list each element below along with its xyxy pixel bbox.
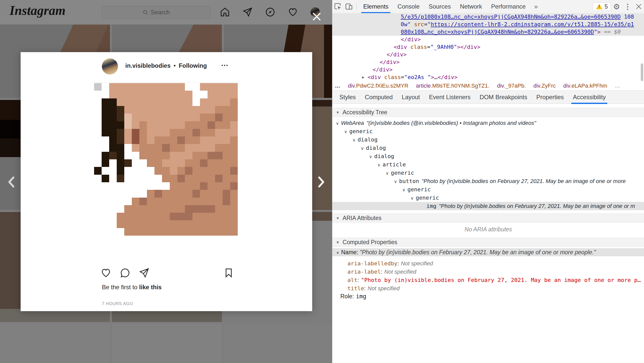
computed-role-row: Role:img (332, 292, 644, 301)
dom-node-line[interactable]: </div> (332, 51, 644, 58)
section-title: ARIA Attributes (343, 215, 382, 222)
post-photo[interactable] (94, 83, 238, 236)
comment-icon[interactable] (120, 268, 130, 278)
like-heart-icon[interactable] (101, 268, 111, 278)
settings-gear-icon[interactable]: ⚙ (611, 2, 622, 12)
computed-prop-title[interactable]: title:Not specified (332, 284, 644, 293)
breadcrumb-item[interactable]: article.M9sTE.h0YNM.SgTZ1. (416, 83, 489, 89)
a11y-node-dialog[interactable]: ∨dialog (332, 135, 644, 144)
dom-node-line[interactable]: 0w" src="https://scontent-lhr8-2.cdninst… (332, 21, 644, 28)
devtools-tab-performance[interactable]: Performance (487, 0, 530, 13)
collapse-triangle-icon: ▼ (336, 240, 340, 244)
warnings-badge[interactable]: 5 (593, 3, 611, 11)
likes-prompt-prefix: Be the first to (102, 284, 139, 291)
screenshot-root: Instagram Search in.visiblebodies • (0, 0, 644, 363)
a11y-node-generic[interactable]: ∨generic (332, 127, 644, 135)
aria-empty-message: No ARIA attributes (332, 226, 644, 233)
elements-tree-source: 5/e35/p1080x108…nc_ohc=xhoysPjjCGgAX948h… (332, 13, 644, 81)
device-toolbar-icon[interactable] (343, 2, 354, 12)
role-label: Role: (340, 293, 354, 300)
devtools-panel: ElementsConsoleSourcesNetworkPerformance… (332, 0, 644, 363)
breadcrumb-item[interactable]: div.eLAPa.kPFhm (563, 83, 607, 89)
a11y-node-article[interactable]: ∨article (332, 160, 644, 169)
section-title: Accessibility Tree (343, 109, 387, 116)
elements-scrollbar[interactable] (641, 63, 643, 81)
toolbar-divider (356, 3, 357, 11)
dom-node-line[interactable]: 080x108…nc_ohc=xhoysPjjCGgAX948hNm&oh=82… (332, 28, 644, 36)
post-header: in.visiblebodies • Following (125, 62, 207, 69)
breadcrumb-overflow[interactable]: … (615, 83, 620, 89)
following-button[interactable]: Following (179, 62, 207, 69)
dom-node-line[interactable]: <div class="_9AhH0"></div> (332, 43, 644, 51)
likes-prompt: Be the first to like this (102, 284, 162, 291)
more-tabs-icon[interactable]: » (530, 3, 542, 11)
section-title: Computed Properties (343, 239, 397, 246)
panel-tab-computed[interactable]: Computed (360, 91, 397, 104)
separator-dot: • (174, 62, 176, 69)
collapse-triangle-icon: ▼ (336, 251, 340, 255)
breadcrumb-item[interactable]: div.ZyFrc (533, 83, 556, 89)
devtools-tab-elements[interactable]: Elements (359, 0, 393, 13)
computed-name-label: Name: (341, 249, 358, 256)
dom-node-line[interactable]: </div> (332, 36, 644, 43)
devtools-toolbar: ElementsConsoleSourcesNetworkPerformance… (332, 0, 644, 13)
share-icon[interactable] (139, 268, 149, 278)
dom-node-line[interactable]: </div> (332, 58, 644, 66)
more-options-icon[interactable]: … (221, 59, 229, 68)
devtools-tab-sources[interactable]: Sources (424, 0, 455, 13)
a11y-node-dialog[interactable]: ∨dialog (332, 144, 644, 152)
panel-tab-styles[interactable]: Styles (335, 91, 360, 104)
a11y-node-generic[interactable]: ∨generic (332, 185, 644, 194)
collapse-triangle-icon: ▼ (336, 216, 340, 220)
aria-attributes-section-header[interactable]: ▼ ARIA Attributes (332, 213, 644, 223)
next-post-chevron-icon[interactable] (315, 175, 327, 189)
dom-node-line[interactable]: ▶<div class="eo2As ">…</div> (332, 74, 644, 81)
panel-tab-accessibility[interactable]: Accessibility (568, 91, 610, 104)
computed-name-row[interactable]: ▼ Name: "Photo by (in)visible.bodies on … (332, 248, 644, 256)
panel-tab-properties[interactable]: Properties (532, 91, 568, 104)
post-username[interactable]: in.visiblebodies (125, 62, 171, 69)
a11y-node-dialog[interactable]: ∨dialog (332, 152, 644, 160)
a11y-node-WebArea[interactable]: ∨WebArea"(in)visible.bodies (@in.visible… (332, 119, 644, 127)
close-modal-icon[interactable] (310, 10, 323, 23)
panel-tab-dom-breakpoints[interactable]: DOM Breakpoints (475, 91, 532, 104)
devtools-tab-console[interactable]: Console (393, 0, 424, 13)
a11y-node-button[interactable]: ∨button"Photo by (in)visible.bodies on F… (332, 177, 644, 185)
computed-prop-aria-label[interactable]: aria-label:Not specified (332, 268, 644, 276)
warning-count: 5 (605, 3, 608, 10)
post-author-avatar[interactable] (102, 58, 118, 75)
a11y-node-generic[interactable]: ∨generic (332, 194, 644, 202)
computed-name-value: "Photo by (in)visible.bodies on February… (360, 249, 596, 256)
panel-tab-event-listeners[interactable]: Event Listeners (424, 91, 475, 104)
warning-icon (596, 4, 602, 9)
a11y-node-generic[interactable]: ∨generic (332, 169, 644, 177)
computed-prop-alt[interactable]: alt:"Photo by (in)visible.bodies on Febr… (332, 276, 644, 284)
post-timestamp: 7 HOURS AGO (102, 301, 133, 306)
breadcrumb-item[interactable]: div.PdwC2.fXiEu.s2MYR (348, 83, 408, 89)
panel-tab-layout[interactable]: Layout (397, 91, 424, 104)
previous-post-chevron-icon[interactable] (6, 175, 17, 189)
role-value: img (356, 293, 367, 300)
breadcrumb-overflow[interactable]: … (335, 83, 340, 89)
dom-node-line[interactable]: 5/e35/p1080x108…nc_ohc=xhoysPjjCGgAX948h… (332, 13, 644, 21)
collapse-triangle-icon: ▼ (336, 110, 340, 115)
instagram-page: Instagram Search in.visiblebodies • (0, 0, 332, 363)
header-divider (94, 82, 241, 83)
close-devtools-icon[interactable] (633, 2, 644, 12)
devtools-tab-network[interactable]: Network (455, 0, 487, 13)
dom-node-line[interactable]: </div> (332, 66, 644, 74)
likes-prompt-bold[interactable]: like this (139, 284, 162, 291)
sidebar-panel-tabs: StylesComputedLayoutEvent ListenersDOM B… (332, 91, 644, 104)
save-bookmark-icon[interactable] (223, 268, 234, 278)
devtools-menu-icon[interactable]: ⋮ (622, 2, 633, 12)
breadcrumb: …div.PdwC2.fXiEu.s2MYRarticle.M9sTE.h0YN… (332, 81, 644, 91)
computed-prop-aria-labelledby[interactable]: aria-labelledby:Not specified (332, 259, 644, 268)
computed-properties-section-header[interactable]: ▼ Computed Properties (332, 238, 644, 247)
post-modal: in.visiblebodies • Following … Be the fi… (21, 52, 312, 311)
devtools-tabs: ElementsConsoleSourcesNetworkPerformance (359, 0, 530, 13)
post-actions (101, 268, 149, 278)
inspect-element-icon[interactable] (332, 2, 343, 12)
a11y-node-img[interactable]: img"Photo by (in)visible.bodies on Febru… (332, 202, 644, 210)
breadcrumb-item[interactable]: div._97aPb. (497, 83, 526, 89)
accessibility-tree-section-header[interactable]: ▼ Accessibility Tree (332, 108, 644, 117)
